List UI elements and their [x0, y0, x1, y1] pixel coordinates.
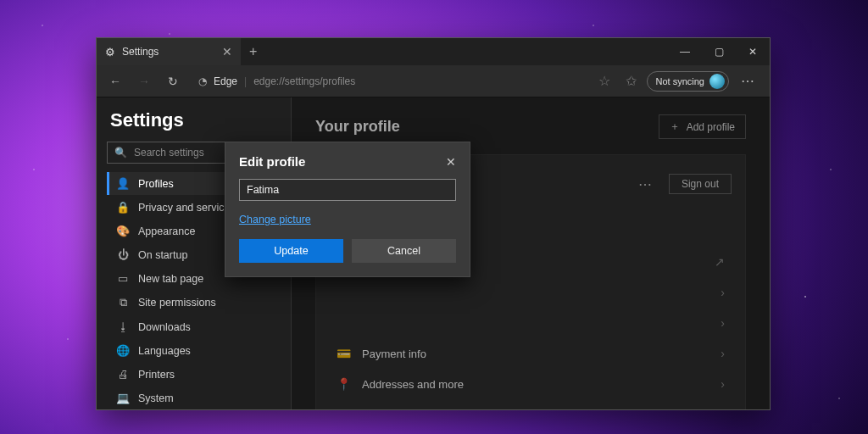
address-bar[interactable]: ◔ Edge | edge://settings/profiles — [190, 70, 588, 92]
minimize-button[interactable]: — — [668, 39, 702, 64]
sidebar-item-printers[interactable]: 🖨Printers — [107, 363, 281, 386]
sidebar-item-system[interactable]: 💻System — [107, 387, 281, 409]
sidebar-item-icon: 👤 — [116, 177, 130, 190]
search-icon: 🔍 — [114, 147, 127, 159]
update-button[interactable]: Update — [239, 239, 343, 263]
sidebar-item-label: On startup — [138, 249, 187, 261]
sidebar-item-icon: 🎨 — [116, 225, 130, 237]
sidebar-item-label: Printers — [138, 369, 175, 381]
tab-bar: ⚙ Settings ✕ + — ▢ ✕ — [97, 38, 770, 65]
sidebar-item-icon: ⏻ — [116, 248, 130, 261]
more-menu-button[interactable]: ⋯ — [734, 73, 763, 89]
sidebar-item-icon: ⭳ — [116, 320, 130, 333]
edit-profile-dialog: Edit profile ✕ Change picture Update Can… — [225, 142, 470, 277]
address-url: edge://settings/profiles — [253, 75, 355, 87]
tab-title: Settings — [122, 46, 159, 58]
sidebar-item-label: Languages — [138, 345, 191, 357]
sidebar-item-label: Profiles — [138, 178, 174, 190]
edge-logo-icon: ◔ — [198, 75, 207, 87]
window-controls: — ▢ ✕ — [668, 39, 770, 64]
maximize-button[interactable]: ▢ — [702, 39, 736, 64]
gear-icon: ⚙ — [105, 46, 115, 58]
address-brand: Edge — [214, 75, 237, 87]
sidebar-item-label: Privacy and services — [138, 202, 236, 214]
sidebar-item-icon: 🌐 — [116, 344, 130, 357]
sidebar-item-label: System — [138, 392, 174, 404]
search-placeholder: Search settings — [134, 147, 204, 159]
new-tab-button[interactable]: + — [241, 44, 265, 59]
forward-button[interactable]: → — [132, 70, 156, 93]
sidebar-item-icon: ▭ — [116, 272, 130, 285]
sidebar-item-languages[interactable]: 🌐Languages — [107, 339, 281, 362]
close-window-button[interactable]: ✕ — [736, 39, 770, 64]
sidebar-item-icon: 🔒 — [116, 201, 130, 214]
cancel-button[interactable]: Cancel — [352, 239, 456, 263]
dialog-title: Edit profile — [239, 154, 305, 169]
close-tab-icon[interactable]: ✕ — [222, 45, 232, 58]
sync-profile-pill[interactable]: Not syncing — [647, 71, 729, 92]
sidebar-heading: Settings — [107, 109, 281, 131]
sidebar-item-icon: ⧉ — [116, 296, 130, 309]
sidebar-item-label: Appearance — [138, 225, 195, 237]
change-picture-link[interactable]: Change picture — [239, 214, 311, 225]
profile-name-input[interactable] — [239, 179, 456, 201]
sidebar-item-label: Site permissions — [138, 297, 216, 309]
sidebar-item-icon: 🖨 — [116, 368, 130, 381]
back-button[interactable]: ← — [103, 70, 127, 93]
refresh-button[interactable]: ↻ — [161, 70, 185, 93]
toolbar: ← → ↻ ◔ Edge | edge://settings/profiles … — [97, 65, 770, 97]
tab-settings[interactable]: ⚙ Settings ✕ — [97, 38, 241, 65]
sidebar-item-label: Downloads — [138, 321, 191, 333]
profile-avatar-icon — [709, 74, 725, 89]
sidebar-item-icon: 💻 — [116, 392, 130, 404]
sidebar-item-site-permissions[interactable]: ⧉Site permissions — [107, 291, 281, 314]
favorite-icon[interactable]: ☆ — [593, 73, 615, 89]
dialog-close-icon[interactable]: ✕ — [446, 155, 456, 169]
sidebar-item-label: New tab page — [138, 273, 203, 285]
sync-status-label: Not syncing — [656, 76, 704, 86]
sidebar-item-downloads[interactable]: ⭳Downloads — [107, 315, 281, 338]
favorites-list-icon[interactable]: ✩ — [620, 73, 642, 89]
